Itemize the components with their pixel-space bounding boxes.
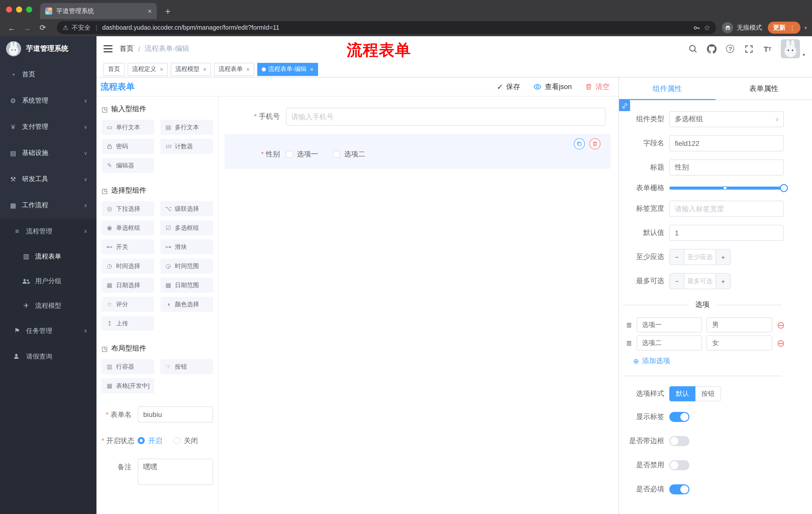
component-date-range[interactable]: ▩ 日期范围	[160, 278, 213, 293]
widget-gender-selected[interactable]: 性别 选项一 选项二	[225, 134, 610, 169]
option-label-input[interactable]	[636, 335, 702, 351]
option-style-default-button[interactable]: 默认	[669, 386, 695, 401]
sidebar-item-payment[interactable]: ¥ 支付管理 ∨	[0, 114, 96, 140]
close-tag-icon[interactable]: ×	[160, 65, 163, 73]
bookmark-star-icon[interactable]: ☆	[704, 24, 710, 32]
component-slider[interactable]: ⊶ 滑块	[160, 239, 213, 254]
toolbar-caret-down-icon[interactable]: ▾	[805, 25, 807, 30]
close-window-button[interactable]	[6, 6, 12, 12]
slider-handle[interactable]	[780, 184, 788, 192]
fullscreen-icon[interactable]	[744, 44, 754, 54]
component-time-range[interactable]: ◶ 时间范围	[160, 259, 213, 274]
sidebar-item-process-management[interactable]: ≡ 流程管理 ∧	[0, 218, 96, 244]
component-table[interactable]: ▦ 表格[开发中]	[102, 378, 154, 393]
option-drag-icon[interactable]: ≣	[626, 321, 632, 329]
option-drag-icon[interactable]: ≣	[626, 339, 632, 347]
breadcrumb-home[interactable]: 首页	[120, 44, 134, 53]
sidebar-item-system[interactable]: ⚙ 系统管理 ∨	[0, 87, 96, 114]
tag-process-model[interactable]: 流程模型 ×	[171, 63, 211, 76]
address-bar[interactable]: ⚠ 不安全 | dashboard.yudao.iocoder.cn/bpm/m…	[57, 21, 716, 34]
component-single-line-text[interactable]: ▭ 单行文本	[102, 120, 154, 135]
gender-option-1[interactable]: 选项一	[286, 150, 318, 159]
form-name-input[interactable]	[138, 406, 213, 423]
add-option-button[interactable]: ⊕ 添加选项	[633, 357, 812, 366]
forward-icon[interactable]: →	[21, 21, 34, 34]
disabled-toggle[interactable]	[669, 460, 689, 470]
max-select-input[interactable]	[685, 274, 716, 289]
tag-process-form[interactable]: 流程表单 ×	[214, 63, 254, 76]
status-radio-on[interactable]: 开启	[138, 433, 162, 449]
sidebar-item-process-model[interactable]: ✈ 流程模型	[0, 293, 96, 318]
checkbox-icon[interactable]	[333, 151, 340, 158]
form-remark-textarea[interactable]: 嘿嘿	[138, 459, 213, 485]
option-label-input[interactable]	[636, 317, 702, 332]
stepper-minus-icon[interactable]: −	[670, 274, 685, 289]
stepper-minus-icon[interactable]: −	[670, 249, 685, 265]
title-input[interactable]	[669, 159, 784, 175]
checkbox-icon[interactable]	[286, 151, 293, 158]
delete-widget-button[interactable]	[589, 138, 601, 150]
min-select-input[interactable]	[685, 249, 716, 265]
option-style-button-button[interactable]: 按钮	[695, 386, 721, 401]
tab-component-props[interactable]: 组件属性	[619, 77, 716, 100]
component-multi-line-text[interactable]: ▤ 多行文本	[160, 120, 213, 135]
close-tag-icon[interactable]: ×	[246, 65, 250, 73]
widget-phone[interactable]: 手机号	[225, 103, 610, 131]
component-switch[interactable]: ⊷ 开关	[102, 239, 154, 254]
component-checkbox-group[interactable]: ☑ 多选框组	[160, 220, 213, 235]
tag-process-form-edit[interactable]: 流程表单-编辑 ×	[257, 63, 318, 76]
hamburger-icon[interactable]	[104, 45, 113, 53]
form-grid-slider[interactable]	[669, 187, 784, 190]
component-rate[interactable]: ☆ 评分	[102, 297, 154, 312]
required-toggle[interactable]	[669, 484, 689, 494]
browser-tab[interactable]: 芋道管理系统 ×	[40, 3, 157, 19]
close-tab-icon[interactable]: ×	[148, 7, 152, 15]
sidebar-item-user-group[interactable]: 用户分组	[0, 269, 96, 293]
browser-menu-icon[interactable]: ⋮	[789, 24, 795, 31]
option-value-input[interactable]	[707, 335, 772, 351]
component-time-picker[interactable]: ◷ 时间选择	[102, 259, 154, 274]
security-label[interactable]: 不安全	[72, 23, 91, 32]
remove-option-icon[interactable]: ⊖	[777, 338, 785, 348]
sidebar-item-process-form[interactable]: ▥ 流程表单	[0, 244, 96, 269]
border-toggle[interactable]	[669, 436, 689, 446]
sidebar-item-infrastructure[interactable]: ▤ 基础设施 ∨	[0, 140, 96, 166]
option-value-input[interactable]	[707, 317, 772, 332]
stepper-plus-icon[interactable]: +	[716, 274, 730, 289]
view-json-button[interactable]: 查看json	[533, 82, 572, 91]
copy-widget-button[interactable]	[574, 138, 585, 150]
default-value-input[interactable]	[669, 225, 784, 241]
gender-option-2[interactable]: 选项二	[333, 150, 365, 159]
clear-button[interactable]: 清空	[585, 82, 609, 91]
component-select[interactable]: ◎ 下拉选择	[102, 201, 154, 216]
component-radio-group[interactable]: ◉ 单选框组	[102, 220, 154, 235]
status-radio-off[interactable]: 关闭	[173, 433, 198, 449]
component-counter[interactable]: 123 计数器	[160, 139, 213, 154]
close-tag-icon[interactable]: ×	[203, 65, 206, 73]
component-cascader[interactable]: ⌥ 级联选择	[160, 201, 213, 216]
sidebar-item-leave-query[interactable]: 请假查询	[0, 344, 96, 369]
sidebar-item-devtools[interactable]: ⚒ 研发工具 ∨	[0, 166, 96, 192]
back-icon[interactable]: ←	[5, 21, 18, 34]
phone-input[interactable]	[286, 108, 606, 126]
help-icon[interactable]: ?	[725, 44, 735, 54]
zoom-window-button[interactable]	[26, 6, 32, 12]
component-color-picker[interactable]: ◑ 颜色选择	[160, 297, 213, 312]
remove-option-icon[interactable]: ⊖	[777, 320, 785, 330]
component-password[interactable]: 密码	[102, 139, 154, 154]
search-icon[interactable]	[688, 44, 698, 54]
component-date-picker[interactable]: ▦ 日期选择	[102, 278, 154, 293]
link-icon[interactable]	[619, 100, 630, 111]
url-text[interactable]: dashboard.yudao.iocoder.cn/bpm/manager/f…	[102, 24, 279, 31]
new-tab-button[interactable]: +	[161, 4, 175, 19]
close-tag-icon[interactable]: ×	[310, 65, 314, 73]
field-name-input[interactable]	[669, 135, 784, 152]
update-browser-button[interactable]: 更新 ⋮	[768, 22, 801, 34]
form-canvas[interactable]: 手机号	[219, 97, 618, 514]
component-row-container[interactable]: ▥ 行容器	[102, 359, 154, 374]
label-width-input[interactable]	[669, 201, 784, 217]
sidebar-item-home[interactable]: ◔ 首页	[0, 61, 96, 87]
component-editor[interactable]: ✎ 编辑器	[102, 158, 154, 173]
tab-form-props[interactable]: 表单属性	[716, 77, 812, 100]
component-button[interactable]: ☞ 按钮	[160, 359, 213, 374]
